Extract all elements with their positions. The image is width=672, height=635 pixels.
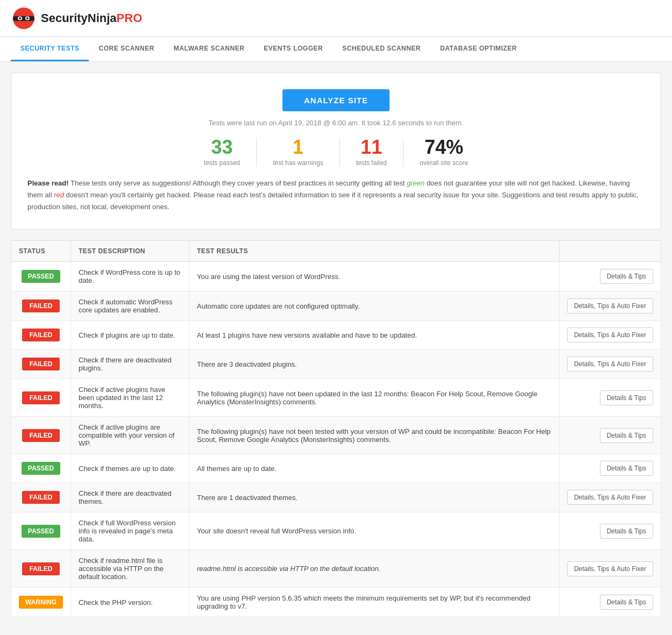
tab-malware-scanner[interactable]: MALWARE SCANNER [164, 37, 254, 61]
description-cell: Check if there are deactivated themes. [71, 483, 189, 512]
table-row: WARNINGCheck the PHP version.You are usi… [11, 588, 661, 617]
header: SecurityNinjaPRO [0, 0, 672, 37]
notice-red: red [54, 191, 64, 199]
col-header-desc: TEST DESCRIPTION [71, 241, 189, 262]
table-row: FAILEDCheck if active plugins are compat… [11, 417, 661, 454]
ninja-logo-icon [11, 5, 37, 31]
status-badge: WARNING [19, 596, 63, 609]
action-button-row-3[interactable]: Details, Tips & Auto Fixer [567, 356, 653, 372]
action-cell: Details, Tips & Auto Fixer [559, 349, 661, 379]
status-badge: PASSED [22, 270, 60, 283]
action-cell: Details & Tips [559, 454, 661, 483]
analyze-site-button[interactable]: ANALYZE SITE [282, 89, 390, 111]
description-cell: Check if active plugins have been update… [71, 379, 189, 417]
stat-failed-number: 11 [356, 138, 387, 157]
table-row: FAILEDCheck if active plugins have been … [11, 379, 661, 417]
tab-bar: SECURITY TESTS CORE SCANNER MALWARE SCAN… [0, 37, 672, 62]
col-header-action [559, 241, 661, 262]
description-cell: Check if WordPress core is up to date. [71, 262, 189, 291]
status-badge: FAILED [22, 429, 60, 442]
result-cell: Automatic core updates are not configure… [189, 291, 560, 321]
action-cell: Details & Tips [559, 262, 661, 291]
status-cell: FAILED [11, 483, 71, 512]
status-cell: FAILED [11, 550, 71, 588]
action-cell: Details, Tips & Auto Fixer [559, 483, 661, 512]
action-button-row-8[interactable]: Details & Tips [600, 524, 653, 539]
status-badge: FAILED [22, 299, 60, 312]
main-content: ANALYZE SITE Tests were last run on Apri… [0, 62, 672, 628]
stat-passed-number: 33 [204, 138, 240, 157]
tab-core-scanner[interactable]: CORE SCANNER [89, 37, 164, 61]
action-button-row-5[interactable]: Details & Tips [600, 428, 653, 443]
stat-warnings: 1 test has warnings [257, 138, 339, 167]
result-cell: readme.html is accessible via HTTP on th… [189, 550, 560, 588]
action-button-row-10[interactable]: Details & Tips [600, 595, 653, 610]
stat-failed-label: tests failed [356, 159, 387, 167]
result-cell: Your site doesn't reveal full WordPress … [189, 512, 560, 550]
status-badge: FAILED [22, 562, 60, 575]
status-badge: PASSED [22, 525, 60, 538]
table-row: FAILEDCheck if there are deactivated the… [11, 483, 661, 512]
status-badge: FAILED [22, 329, 60, 341]
result-cell: You are using the latest version of Word… [189, 262, 560, 291]
tab-events-logger[interactable]: EVENTS LOGGER [254, 37, 333, 61]
description-cell: Check if there are deactivated plugins. [71, 349, 189, 379]
stat-failed: 11 tests failed [340, 138, 404, 167]
status-cell: PASSED [11, 512, 71, 550]
table-row: FAILEDCheck if plugins are up to date.At… [11, 321, 661, 349]
svg-rect-2 [13, 16, 34, 21]
action-cell: Details, Tips & Auto Fixer [559, 550, 661, 588]
result-cell: There are 3 deactivated plugins. [189, 349, 560, 379]
results-table: STATUS TEST DESCRIPTION TEST RESULTS PAS… [11, 240, 661, 617]
col-header-status: STATUS [11, 241, 71, 262]
table-row: PASSEDCheck if full WordPress version in… [11, 512, 661, 550]
analyze-box: ANALYZE SITE Tests were last run on Apri… [11, 73, 661, 230]
table-row: FAILEDCheck if automatic WordPress core … [11, 291, 661, 321]
action-button-row-2[interactable]: Details, Tips & Auto Fixer [567, 327, 653, 343]
description-cell: Check the PHP version. [71, 588, 189, 617]
action-cell: Details & Tips [559, 379, 661, 417]
notice-bold: Please read! [27, 179, 69, 187]
result-cell: The following plugin(s) have not been up… [189, 379, 560, 417]
action-button-row-1[interactable]: Details, Tips & Auto Fixer [567, 298, 653, 313]
stat-score: 74% overall site score [404, 138, 484, 167]
stat-passed: 33 tests passed [188, 138, 257, 167]
last-run-text: Tests were last run on April 19, 2018 @ … [27, 119, 645, 127]
stats-row: 33 tests passed 1 test has warnings 11 t… [27, 138, 645, 167]
action-button-row-9[interactable]: Details, Tips & Auto Fixer [567, 561, 653, 576]
tab-database-optimizer[interactable]: DATABASE OPTIMIZER [430, 37, 527, 61]
status-cell: FAILED [11, 379, 71, 417]
action-cell: Details & Tips [559, 588, 661, 617]
status-cell: PASSED [11, 262, 71, 291]
tab-scheduled-scanner[interactable]: SCHEDULED SCANNER [333, 37, 430, 61]
description-cell: Check if readme.html file is accessible … [71, 550, 189, 588]
svg-point-5 [19, 17, 21, 19]
table-row: FAILEDCheck if there are deactivated plu… [11, 349, 661, 379]
logo-area: SecurityNinjaPRO [11, 5, 142, 31]
description-cell: Check if full WordPress version info is … [71, 512, 189, 550]
action-button-row-4[interactable]: Details & Tips [600, 390, 653, 405]
notice-text-3: doesn't mean you'll certainly get hacked… [27, 191, 638, 211]
action-cell: Details, Tips & Auto Fixer [559, 291, 661, 321]
col-header-results: TEST RESULTS [189, 241, 560, 262]
action-cell: Details & Tips [559, 512, 661, 550]
action-cell: Details, Tips & Auto Fixer [559, 321, 661, 349]
table-row: FAILEDCheck if readme.html file is acces… [11, 550, 661, 588]
table-row: PASSEDCheck if WordPress core is up to d… [11, 262, 661, 291]
description-cell: Check if active plugins are compatible w… [71, 417, 189, 454]
tab-security-tests[interactable]: SECURITY TESTS [11, 37, 89, 61]
result-cell: All themes are up to date. [189, 454, 560, 483]
table-header-row: STATUS TEST DESCRIPTION TEST RESULTS [11, 241, 661, 262]
logo-text: SecurityNinjaPRO [41, 11, 142, 25]
result-cell: You are using PHP version 5.6.35 which m… [189, 588, 560, 617]
stat-warnings-label: test has warnings [273, 159, 323, 167]
action-button-row-7[interactable]: Details, Tips & Auto Fixer [567, 490, 653, 505]
stat-passed-label: tests passed [204, 159, 240, 167]
action-button-row-0[interactable]: Details & Tips [600, 269, 653, 284]
action-button-row-6[interactable]: Details & Tips [600, 461, 653, 476]
description-cell: Check if automatic WordPress core update… [71, 291, 189, 321]
action-cell: Details & Tips [559, 417, 661, 454]
status-cell: FAILED [11, 321, 71, 349]
notice-box: Please read! These tests only serve as s… [27, 177, 645, 213]
table-row: PASSEDCheck if themes are up to date.All… [11, 454, 661, 483]
